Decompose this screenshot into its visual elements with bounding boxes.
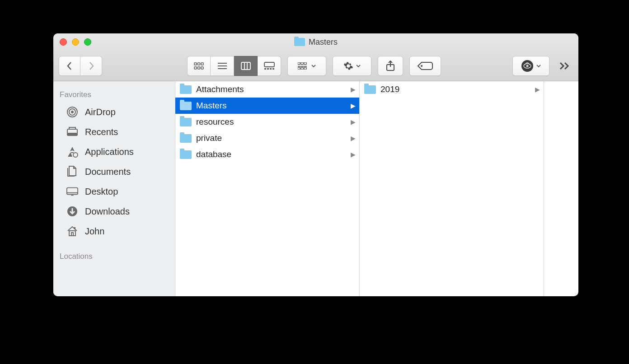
folder-label: private	[196, 133, 346, 143]
chevron-right-icon: ▶	[351, 118, 356, 126]
quick-look-button[interactable]	[512, 56, 549, 76]
svg-rect-44	[74, 227, 75, 229]
svg-rect-3	[194, 67, 197, 69]
documents-icon	[66, 165, 79, 178]
svg-rect-13	[264, 68, 266, 70]
action-button[interactable]	[333, 56, 371, 76]
svg-rect-23	[304, 67, 306, 70]
folder-icon	[294, 38, 305, 46]
sidebar-item-label: Documents	[85, 167, 131, 177]
svg-rect-14	[267, 68, 269, 70]
folder-icon	[180, 85, 192, 94]
chevron-right-icon: ▶	[351, 135, 356, 142]
svg-point-29	[526, 65, 529, 67]
folder-icon	[180, 134, 192, 143]
folder-icon	[364, 85, 376, 94]
svg-point-26	[421, 65, 422, 67]
folder-row-attachments[interactable]: Attachments ▶	[175, 81, 359, 98]
folder-icon	[180, 118, 192, 126]
folder-label: resources	[196, 117, 346, 127]
sidebar-item-desktop[interactable]: Desktop	[53, 182, 175, 201]
svg-rect-42	[69, 231, 75, 236]
chevron-right-icon: ▶	[351, 102, 356, 109]
column-3	[544, 81, 578, 296]
view-list-button[interactable]	[211, 56, 234, 76]
svg-rect-9	[241, 62, 250, 70]
folder-label: Masters	[196, 101, 346, 111]
sidebar-item-label: John	[85, 226, 104, 237]
toolbar-overflow-button[interactable]	[556, 56, 573, 76]
sidebar-item-recents[interactable]: Recents	[53, 122, 175, 142]
home-icon	[66, 225, 79, 238]
folder-label: database	[196, 149, 346, 159]
folder-label: Attachments	[196, 84, 346, 94]
eye-icon	[521, 60, 534, 72]
tag-icon	[418, 61, 433, 70]
view-gallery-button[interactable]	[258, 56, 281, 76]
share-icon	[386, 61, 395, 71]
chevron-right-icon: ▶	[535, 86, 540, 93]
view-icon-button[interactable]	[187, 56, 211, 76]
grid-icon	[194, 62, 204, 70]
chevron-right-icon: ▶	[351, 151, 356, 158]
downloads-icon	[66, 205, 79, 218]
sidebar-item-label: Applications	[85, 147, 134, 157]
back-button[interactable]	[59, 56, 80, 76]
chevron-right-icon	[88, 61, 94, 70]
desktop-icon	[66, 185, 79, 198]
column-1: Attachments ▶ Masters ▶ resources ▶ priv…	[175, 81, 360, 296]
folder-row-database[interactable]: database ▶	[175, 146, 359, 163]
svg-rect-19	[304, 62, 306, 65]
forward-button[interactable]	[80, 56, 102, 76]
nav-buttons	[59, 56, 102, 76]
sidebar-item-downloads[interactable]: Downloads	[53, 201, 175, 221]
sidebar-item-label: Downloads	[85, 206, 130, 217]
finder-window: Masters	[53, 33, 578, 296]
svg-rect-21	[298, 67, 300, 70]
sidebar-item-label: AirDrop	[85, 107, 116, 117]
svg-rect-17	[298, 62, 300, 65]
window-title-text: Masters	[309, 37, 338, 47]
view-mode-buttons	[187, 56, 281, 76]
close-window-button[interactable]	[60, 38, 67, 46]
chevron-double-right-icon	[559, 62, 569, 70]
folder-icon	[180, 150, 192, 159]
sidebar-item-label: Recents	[85, 127, 118, 137]
column-view: Attachments ▶ Masters ▶ resources ▶ priv…	[175, 81, 578, 296]
fullscreen-window-button[interactable]	[84, 38, 91, 46]
svg-rect-4	[198, 67, 200, 69]
sidebar-item-documents[interactable]: Documents	[53, 162, 175, 182]
window-title: Masters	[53, 37, 578, 47]
sidebar: Favorites AirDrop Recents Applications	[53, 81, 175, 296]
svg-rect-34	[67, 133, 77, 135]
sidebar-item-home[interactable]: John	[53, 221, 175, 241]
folder-row-masters[interactable]: Masters ▶	[175, 98, 359, 114]
applications-icon	[66, 145, 79, 158]
sidebar-item-airdrop[interactable]: AirDrop	[53, 102, 175, 122]
view-column-button[interactable]	[234, 56, 258, 76]
folder-row-2019[interactable]: 2019 ▶	[360, 81, 544, 98]
tags-button[interactable]	[409, 56, 441, 76]
svg-rect-12	[264, 62, 274, 67]
arrange-button[interactable]	[287, 56, 326, 76]
svg-rect-1	[198, 63, 200, 65]
sidebar-heading-favorites: Favorites	[53, 88, 175, 102]
svg-rect-16	[272, 68, 274, 70]
svg-rect-37	[67, 188, 78, 195]
column-2: 2019 ▶	[360, 81, 544, 296]
sidebar-item-applications[interactable]: Applications	[53, 142, 175, 162]
minimize-window-button[interactable]	[72, 38, 79, 46]
svg-rect-39	[71, 195, 74, 196]
sidebar-heading-locations: Locations	[53, 249, 175, 264]
sidebar-item-label: Desktop	[85, 187, 118, 197]
svg-rect-0	[194, 63, 197, 65]
folder-row-private[interactable]: private ▶	[175, 130, 359, 146]
toolbar	[53, 51, 578, 81]
svg-point-36	[73, 153, 78, 157]
folder-row-resources[interactable]: resources ▶	[175, 114, 359, 130]
svg-rect-5	[201, 67, 203, 69]
folder-label: 2019	[380, 84, 530, 94]
folder-icon	[180, 102, 192, 110]
traffic-lights	[60, 38, 91, 46]
share-button[interactable]	[378, 56, 403, 76]
